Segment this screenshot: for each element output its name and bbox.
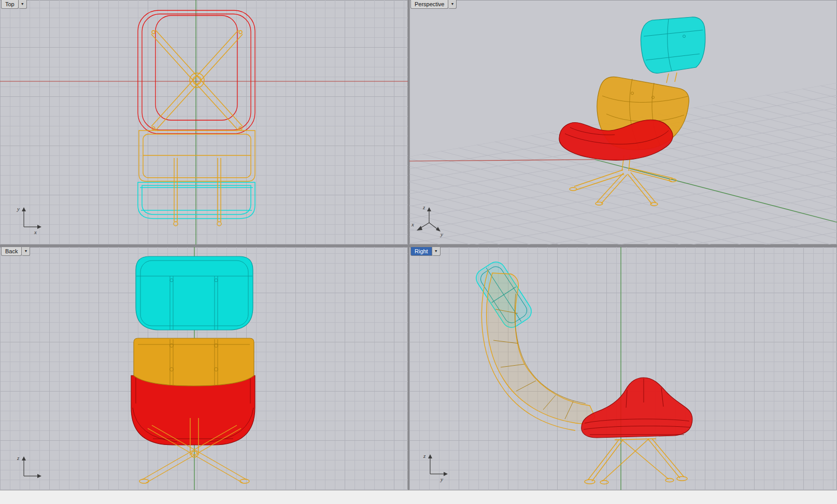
viewport-label-top[interactable]: Top: [1, 0, 19, 9]
y-axis-line: [595, 160, 837, 222]
top-axis-icon: y x: [17, 206, 41, 235]
viewport-menu-arrow-top-icon[interactable]: ▼: [19, 0, 27, 9]
back-axis-icon: z: [17, 455, 41, 478]
viewport-top[interactable]: y x Top ▼: [0, 0, 408, 244]
viewport-label-right[interactable]: Right: [410, 247, 432, 256]
viewport-label-perspective[interactable]: Perspective: [410, 0, 448, 9]
axis-letter-x: x: [411, 221, 414, 227]
perspective-viewport-canvas[interactable]: z x y: [409, 0, 837, 244]
right-viewport-canvas[interactable]: z y: [409, 247, 837, 490]
viewport-tab-perspective[interactable]: Perspective ▼: [410, 0, 457, 9]
axis-letter-y: y: [440, 476, 443, 482]
axis-letter-x: x: [34, 229, 37, 235]
viewport-tab-back[interactable]: Back ▼: [1, 247, 30, 256]
status-strip: [0, 490, 837, 504]
viewport-menu-arrow-back-icon[interactable]: ▼: [22, 247, 30, 256]
axis-letter-y: y: [440, 231, 443, 237]
axis-letter-z: z: [17, 455, 20, 461]
right-axis-icon: z y: [423, 453, 448, 482]
viewport-label-back[interactable]: Back: [1, 247, 22, 256]
seat-right-view[interactable]: [581, 378, 692, 438]
base-top-view[interactable]: [151, 30, 243, 226]
viewport-tab-right[interactable]: Right ▼: [410, 247, 441, 256]
viewport-back[interactable]: z Back ▼: [0, 247, 408, 490]
backrest-back-view[interactable]: [134, 338, 254, 386]
headrest-top-view[interactable]: [138, 182, 255, 219]
axis-letter-z: z: [423, 453, 426, 459]
back-viewport-canvas[interactable]: z: [0, 247, 408, 490]
seat-shell-top-view[interactable]: [138, 10, 255, 134]
viewport-tab-top[interactable]: Top ▼: [1, 0, 27, 9]
backrest-top-view[interactable]: [139, 131, 255, 181]
axis-letter-z: z: [422, 204, 425, 210]
top-viewport-canvas[interactable]: y x: [0, 0, 408, 244]
viewport-menu-arrow-perspective-icon[interactable]: ▼: [448, 0, 457, 9]
viewport-menu-arrow-right-icon[interactable]: ▼: [432, 247, 441, 256]
cad-4view-window: y x Top ▼: [0, 0, 837, 504]
axis-letter-y: y: [17, 206, 20, 212]
headrest-back-view[interactable]: [136, 256, 253, 330]
headrest-perspective-view[interactable]: [641, 17, 705, 83]
viewport-perspective[interactable]: z x y Perspective ▼: [409, 0, 837, 244]
backrest-right-view[interactable]: [481, 270, 595, 430]
base-right-view[interactable]: [585, 439, 687, 484]
viewport-right[interactable]: z y Right ▼: [409, 247, 837, 490]
